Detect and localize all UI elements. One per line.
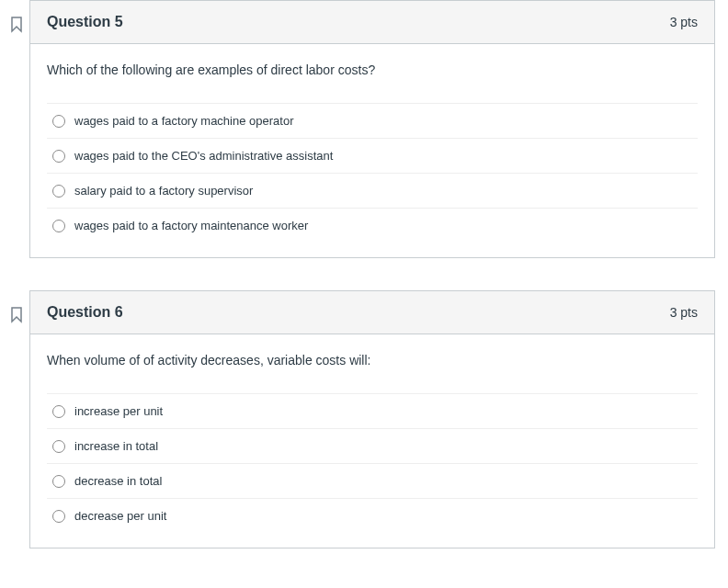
bookmark-icon[interactable] [10,307,23,327]
question-header: Question 5 3 pts [30,1,714,44]
answer-option[interactable]: increase in total [47,429,698,464]
radio-icon [52,440,65,453]
answers-list: increase per unit increase in total decr… [47,393,698,533]
question-title: Question 5 [47,14,123,30]
flag-column [4,290,29,327]
radio-icon [52,220,65,232]
question-header: Question 6 3 pts [30,291,714,334]
answer-option[interactable]: salary paid to a factory supervisor [47,174,698,209]
question-prompt: When volume of of activity decreases, va… [47,353,698,368]
radio-icon [52,185,65,198]
answer-option[interactable]: increase per unit [47,394,698,429]
answer-option[interactable]: decrease in total [47,464,698,499]
question-6-wrapper: Question 6 3 pts When volume of of activ… [0,290,728,548]
answer-label: decrease per unit [74,509,166,523]
answer-option[interactable]: wages paid to a factory maintenance work… [47,209,698,243]
question-points: 3 pts [670,15,698,29]
bookmark-icon[interactable] [10,17,23,37]
question-points: 3 pts [670,305,698,320]
radio-icon [52,475,65,488]
question-body: When volume of of activity decreases, va… [30,334,714,548]
question-5-wrapper: Question 5 3 pts Which of the following … [0,0,728,258]
answer-option[interactable]: wages paid to a factory machine operator [47,104,698,139]
question-body: Which of the following are examples of d… [30,44,714,257]
question-card: Question 5 3 pts Which of the following … [29,0,715,258]
answer-label: wages paid to a factory maintenance work… [74,219,308,232]
radio-icon [52,115,65,128]
radio-icon [52,405,65,418]
radio-icon [52,150,65,163]
question-prompt: Which of the following are examples of d… [47,62,698,77]
flag-column [4,0,29,37]
answers-list: wages paid to a factory machine operator… [47,103,698,243]
answer-label: wages paid to a factory machine operator [74,114,293,128]
question-card: Question 6 3 pts When volume of of activ… [29,290,715,548]
answer-label: wages paid to the CEO's administrative a… [74,149,333,163]
answer-label: increase per unit [74,404,163,418]
radio-icon [52,510,65,523]
answer-option[interactable]: wages paid to the CEO's administrative a… [47,139,698,174]
answer-option[interactable]: decrease per unit [47,499,698,533]
question-title: Question 6 [47,304,123,321]
answer-label: salary paid to a factory supervisor [74,184,253,198]
answer-label: increase in total [74,439,158,453]
answer-label: decrease in total [74,474,162,488]
